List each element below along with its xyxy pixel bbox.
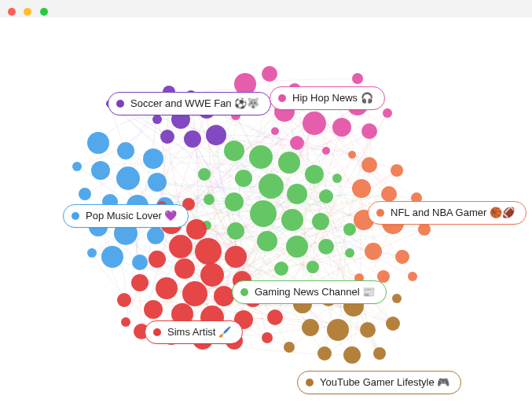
node-purple[interactable] [160,130,174,144]
node-brown[interactable] [386,317,400,331]
cluster-label-nfl-nba[interactable]: NFL and NBA Gamer 🏀🏈 [368,201,526,225]
node-red[interactable] [121,317,130,327]
node-blue[interactable] [132,254,148,270]
node-orange[interactable] [408,272,417,281]
node-red[interactable] [195,238,222,265]
node-purple[interactable] [206,125,226,145]
node-green[interactable] [332,174,342,183]
node-green[interactable] [287,184,307,204]
node-pink[interactable] [290,136,304,150]
dot-icon [153,328,161,336]
node-red[interactable] [144,300,163,319]
node-red[interactable] [182,281,207,306]
node-orange[interactable] [361,157,377,173]
node-brown[interactable] [302,319,319,336]
node-blue[interactable] [91,161,110,180]
node-green[interactable] [343,223,356,236]
node-red[interactable] [267,309,283,325]
node-blue[interactable] [87,132,109,154]
node-green[interactable] [305,165,324,184]
node-green[interactable] [306,261,319,273]
node-pink[interactable] [303,112,326,135]
node-green[interactable] [227,222,244,240]
node-red[interactable] [131,274,149,291]
node-red[interactable] [262,332,273,343]
node-blue[interactable] [72,162,82,171]
zoom-icon[interactable] [40,8,48,16]
node-pink[interactable] [352,73,363,84]
node-green[interactable] [274,262,288,276]
node-green[interactable] [319,189,333,203]
node-purple[interactable] [152,115,162,124]
node-brown[interactable] [327,319,349,341]
dot-icon [240,288,248,296]
node-purple[interactable] [184,130,201,148]
node-blue[interactable] [87,248,97,258]
cluster-label-text: YouTube Gamer Lifestyle 🎮 [320,376,449,388]
node-green[interactable] [318,239,334,254]
node-brown[interactable] [343,346,361,364]
node-blue[interactable] [148,173,167,192]
node-blue[interactable] [117,142,134,159]
node-red[interactable] [174,258,195,279]
node-green[interactable] [225,192,244,211]
node-orange[interactable] [352,179,371,198]
node-blue[interactable] [79,188,91,200]
node-green[interactable] [257,231,277,251]
node-blue[interactable] [147,227,164,244]
cluster-label-text: Gaming News Channel 📰 [255,286,375,298]
node-red[interactable] [225,246,247,268]
cluster-label-youtube-gamer[interactable]: YouTube Gamer Lifestyle 🎮 [297,371,461,394]
node-red[interactable] [169,235,193,258]
node-pink[interactable] [322,147,330,155]
node-red[interactable] [117,293,131,307]
node-pink[interactable] [271,127,279,135]
node-red[interactable] [186,219,207,240]
node-green[interactable] [224,141,244,161]
node-red[interactable] [149,251,166,268]
node-green[interactable] [312,213,329,230]
cluster-label-sims-artist[interactable]: Sims Artist 🖌️ [145,320,243,344]
dot-icon [376,209,384,217]
node-red[interactable] [200,263,224,287]
node-red[interactable] [214,286,234,306]
node-orange[interactable] [395,250,409,264]
node-pink[interactable] [332,118,351,137]
node-orange[interactable] [381,186,397,202]
node-green[interactable] [259,174,284,199]
node-pink[interactable] [383,108,392,118]
node-pink[interactable] [361,123,377,139]
cluster-label-gaming-news[interactable]: Gaming News Channel 📰 [232,280,387,304]
close-icon[interactable] [8,8,16,16]
cluster-label-pop-music[interactable]: Pop Music Lover 💜 [63,204,189,228]
node-green[interactable] [235,170,252,187]
node-green[interactable] [278,152,300,174]
node-pink[interactable] [262,66,277,82]
cluster-label-soccer-wwe[interactable]: Soccer and WWE Fan ⚽🐺 [108,92,271,115]
node-green[interactable] [198,168,211,181]
node-blue[interactable] [116,167,140,190]
node-green[interactable] [204,194,215,205]
node-green[interactable] [249,145,273,169]
node-green[interactable] [286,236,308,258]
cluster-label-hiphop-news[interactable]: Hip Hop News 🎧 [270,86,385,110]
node-green[interactable] [345,248,354,258]
node-red[interactable] [156,277,178,299]
node-blue[interactable] [101,246,123,268]
node-blue[interactable] [143,148,163,169]
node-orange[interactable] [348,151,356,159]
node-green[interactable] [250,200,277,227]
node-brown[interactable] [284,342,295,353]
node-brown[interactable] [392,294,402,303]
node-orange[interactable] [365,243,382,260]
edge [245,79,358,84]
node-brown[interactable] [373,347,386,360]
network-canvas[interactable]: Soccer and WWE Fan ⚽🐺 Hip Hop News 🎧 Pop… [0,17,532,410]
minimize-icon[interactable] [24,8,31,16]
node-brown[interactable] [317,346,332,361]
node-brown[interactable] [360,322,376,338]
window-titlebar [0,0,532,18]
node-orange[interactable] [418,223,431,236]
node-orange[interactable] [391,164,403,177]
node-green[interactable] [281,209,303,231]
